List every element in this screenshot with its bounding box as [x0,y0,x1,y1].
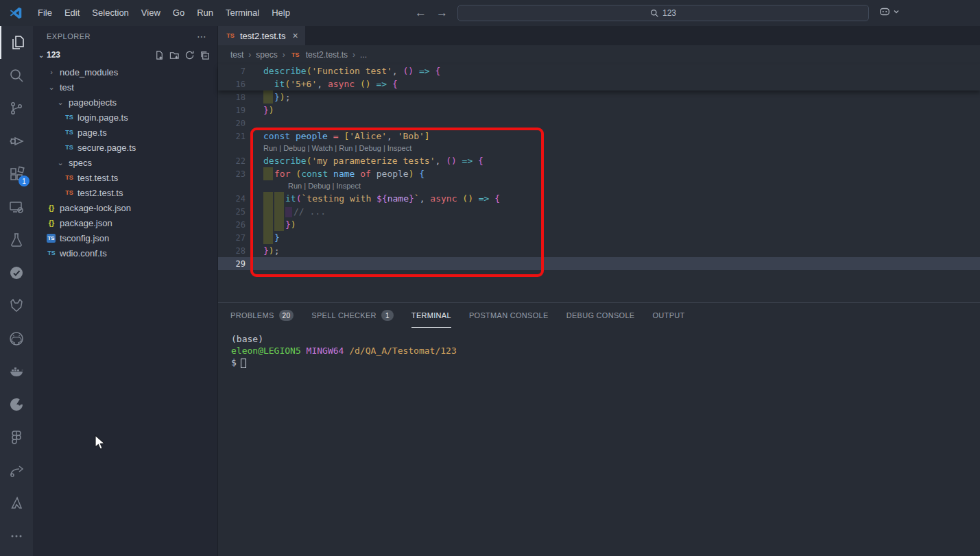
testing-beaker-icon[interactable] [0,223,33,256]
code-line[interactable]: 25 // ... [218,205,980,218]
coverage-gutter-block [274,205,284,218]
tree-item-test[interactable]: ⌄ test [33,80,217,95]
back-arrow-icon[interactable]: ← [415,6,427,20]
code-text: it('5+6', async () => { [263,77,398,90]
code-line[interactable]: 24 it(`testing with ${name}`, async () =… [218,192,980,205]
coverage-gutter-block [274,218,284,231]
extensions-icon[interactable]: 1 [0,158,33,191]
menu-terminal[interactable]: Terminal [219,0,265,26]
code-line[interactable]: 27 } [218,231,980,244]
github-icon[interactable] [0,322,33,355]
tree-item-label: package.json [60,218,112,228]
code-text: const people = ['Alice', 'Bob'] [263,130,430,143]
menu-file[interactable]: File [32,0,58,26]
ts-file-icon: TS [225,32,236,39]
code-line[interactable]: 16 it('5+6', async () => { [218,77,980,90]
tree-item-test2-test-ts[interactable]: TS test2.test.ts [33,185,217,200]
more-actions-icon[interactable] [0,520,33,553]
gitlab-icon[interactable] [0,289,33,322]
close-icon[interactable]: × [292,30,298,41]
new-file-icon[interactable] [152,48,167,62]
tab-spell-checker[interactable]: SPELL CHECKER 1 [311,303,394,328]
code-line[interactable]: 22 describe('my parameterize tests', () … [218,154,980,167]
breadcrumb-symbol[interactable]: ... [360,50,367,60]
codelens[interactable]: Run | Debug | Inspect [218,180,980,192]
search-sidebar-icon[interactable] [0,59,33,92]
terminal[interactable]: (base) eleon@LEGION5 MINGW64 /d/QA_A/Tes… [218,328,980,368]
menu-help[interactable]: Help [265,0,296,26]
terminal-cursor [241,359,246,368]
code-line[interactable]: 21 const people = ['Alice', 'Bob'] [218,130,980,143]
breadcrumb: test › specs › TS test2.test.ts › ... [218,45,980,64]
breadcrumb-file[interactable]: test2.test.ts [306,50,348,60]
code-line[interactable]: 29 [218,257,980,270]
breadcrumb-specs[interactable]: specs [256,50,277,60]
code-text: for (const name of people) { [263,167,425,180]
menu-go[interactable]: Go [167,0,191,26]
remote-explorer-icon[interactable] [0,191,33,223]
tree-item-package-json[interactable]: {} package.json [33,215,217,230]
code-line[interactable]: 19 }) [218,104,980,117]
chevron-down-icon: ⌄ [55,98,66,107]
code-editor[interactable]: 7 describe('Function test', () => { 16 i… [218,64,980,302]
share-redirect-icon[interactable] [0,454,33,487]
tree-item-page-ts[interactable]: TS page.ts [33,125,217,140]
menu-selection[interactable]: Selection [86,0,134,26]
problems-count-badge: 20 [279,310,294,321]
json-file-icon: {} [46,219,57,227]
tree-item-pageobjects[interactable]: ⌄ pageobjects [33,95,217,110]
breadcrumb-separator: › [352,50,355,60]
pacman-circle-icon[interactable] [0,388,33,421]
workspace-section-header[interactable]: ⌄ 123 [33,47,217,63]
tree-item-package-lock-json[interactable]: {} package-lock.json [33,200,217,215]
code-text: } [263,231,280,244]
terminal-input-line[interactable]: $ [231,356,980,368]
test-results-check-icon[interactable] [0,256,33,289]
tree-item-node-modules[interactable]: › node_modules [33,64,217,80]
code-line[interactable]: 23 for (const name of people) { [218,167,980,180]
docker-icon[interactable] [0,355,33,388]
new-folder-icon[interactable] [167,48,182,62]
run-and-debug-icon[interactable] [0,125,33,158]
tab-postman-console[interactable]: POSTMAN CONSOLE [469,303,549,328]
codelens[interactable]: Run | Debug | Watch | Run | Debug | Insp… [218,143,980,154]
source-control-icon[interactable] [0,92,33,125]
tab-label: OUTPUT [653,311,685,319]
code-line[interactable]: 28 }); [218,244,980,257]
code-line[interactable]: 7 describe('Function test', () => { [218,64,980,77]
code-line[interactable]: 20 [218,117,980,130]
explorer-more-actions-icon[interactable]: ⋯ [197,31,208,42]
command-search-input[interactable]: 123 [457,5,869,21]
tab-problems[interactable]: PROBLEMS 20 [230,303,294,328]
tree-item-specs[interactable]: ⌄ specs [33,155,217,170]
title-bar: File Edit Selection View Go Run Terminal… [0,0,980,26]
tree-item-secure-page-ts[interactable]: TS secure.page.ts [33,140,217,155]
breadcrumb-test[interactable]: test [230,50,243,60]
coverage-gutter-block [263,90,273,104]
code-line[interactable]: 26 }) [218,218,980,231]
explorer-icon[interactable] [0,26,33,59]
collapse-all-icon[interactable] [197,48,212,62]
tab-test2-test-ts[interactable]: TS test2.test.ts × [218,26,305,45]
tab-output[interactable]: OUTPUT [653,303,685,328]
code-line[interactable]: 18 }); [218,90,980,104]
chevron-down-icon [893,8,900,15]
tree-item-test-test-ts[interactable]: TS test.test.ts [33,170,217,185]
menu-edit[interactable]: Edit [58,0,86,26]
tab-terminal[interactable]: TERMINAL [411,303,451,328]
azure-icon[interactable] [0,487,33,520]
line-number: 24 [218,194,263,204]
coverage-gutter-block [263,218,273,231]
line-number: 22 [218,156,263,166]
menu-view[interactable]: View [135,0,167,26]
tab-debug-console[interactable]: DEBUG CONSOLE [566,303,635,328]
ts-file-icon: TS [64,129,75,136]
menu-run[interactable]: Run [191,0,219,26]
figma-icon[interactable] [0,421,33,454]
tree-item-wdio-conf-ts[interactable]: TS wdio.conf.ts [33,245,217,261]
tree-item-tsconfig-json[interactable]: TS tsconfig.json [33,230,217,245]
forward-arrow-icon[interactable]: → [436,6,448,20]
copilot-menu[interactable] [879,5,900,18]
tree-item-login-page-ts[interactable]: TS login.page.ts [33,110,217,125]
refresh-icon[interactable] [182,48,197,62]
